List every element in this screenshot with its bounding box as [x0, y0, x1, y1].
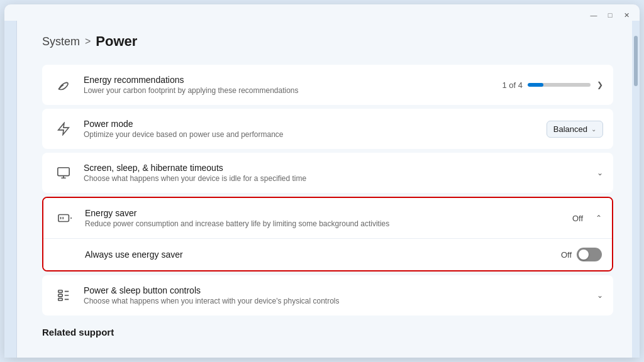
toggle-off-label: Off — [561, 250, 572, 260]
power-sleep-chevron-icon: ⌄ — [597, 291, 603, 300]
power-sleep-controls-row[interactable]: Power & sleep button controls Choose wha… — [42, 275, 613, 315]
dropdown-arrow-icon: ⌄ — [591, 126, 596, 133]
power-sleep-controls-text: Power & sleep button controls Choose wha… — [84, 285, 597, 305]
breadcrumb-system[interactable]: System — [42, 35, 80, 48]
always-use-energy-saver-label: Always use energy saver — [85, 250, 561, 260]
energy-saver-title: Energy saver — [85, 208, 572, 218]
energy-recommendations-text: Energy recommendations Lower your carbon… — [84, 75, 502, 95]
progress-fill — [528, 83, 543, 87]
energy-saver-card: Energy saver Reduce power consumption an… — [42, 197, 613, 272]
scrollbar[interactable] — [632, 21, 640, 358]
energy-recommendations-control: 1 of 4 ❯ — [502, 80, 603, 90]
toggle-knob — [579, 250, 589, 260]
battery-icon — [53, 207, 76, 229]
progress-label: 1 of 4 — [502, 80, 523, 90]
svg-rect-9 — [58, 299, 62, 301]
power-sleep-controls-desc: Choose what happens when you interact wi… — [84, 297, 597, 305]
svg-rect-7 — [58, 290, 62, 293]
leaf-icon — [52, 74, 75, 96]
close-button[interactable]: ✕ — [621, 9, 632, 21]
settings-list: Energy recommendations Lower your carbon… — [42, 65, 613, 315]
energy-recommendations-row[interactable]: Energy recommendations Lower your carbon… — [42, 65, 613, 105]
svg-rect-1 — [58, 168, 69, 176]
energy-saver-control: Off ⌃ — [572, 214, 602, 223]
energy-saver-text: Energy saver Reduce power consumption an… — [85, 208, 572, 228]
power-sleep-controls-card: Power & sleep button controls Choose wha… — [42, 275, 613, 315]
breadcrumb: System > Power — [42, 33, 613, 50]
power-sleep-controls-title: Power & sleep button controls — [84, 285, 597, 295]
energy-saver-sub-row: Always use energy saver Off — [43, 238, 612, 270]
svg-rect-4 — [58, 215, 69, 222]
chevron-right-icon: ❯ — [597, 80, 603, 89]
sidebar — [4, 21, 17, 358]
breadcrumb-current: Power — [96, 33, 137, 50]
power-mode-title: Power mode — [84, 119, 547, 129]
toggle-wrap: Off — [561, 248, 602, 261]
content-area: System > Power Energy — [4, 21, 640, 358]
maximize-button[interactable]: □ — [604, 9, 616, 21]
energy-recommendations-desc: Lower your carbon footprint by applying … — [84, 86, 502, 95]
svg-rect-8 — [58, 294, 62, 297]
progress-track — [528, 83, 591, 87]
screen-sleep-text: Screen, sleep, & hibernate timeouts Choo… — [84, 163, 597, 183]
chevron-up-icon: ⌃ — [596, 214, 602, 222]
progress-bar-wrap: 1 of 4 — [502, 80, 591, 90]
energy-saver-desc: Reduce power consumption and increase ba… — [85, 219, 572, 228]
settings-window: — □ ✕ System > Power — [4, 4, 640, 358]
always-use-energy-saver-text: Always use energy saver — [53, 250, 561, 260]
main-content: System > Power Energy — [17, 21, 632, 358]
screen-sleep-desc: Choose what happens when your device is … — [84, 174, 597, 183]
screen-sleep-title: Screen, sleep, & hibernate timeouts — [84, 163, 597, 173]
svg-marker-0 — [58, 123, 69, 134]
power-mode-row[interactable]: Power mode Optimize your device based on… — [42, 109, 613, 149]
power-controls-icon — [52, 284, 75, 307]
screen-sleep-card: Screen, sleep, & hibernate timeouts Choo… — [42, 153, 613, 193]
energy-recommendations-card: Energy recommendations Lower your carbon… — [42, 65, 613, 105]
power-mode-value: Balanced — [553, 124, 587, 134]
always-use-energy-saver-control: Off — [561, 248, 602, 261]
energy-saver-header[interactable]: Energy saver Reduce power consumption an… — [43, 198, 612, 238]
power-mode-text: Power mode Optimize your device based on… — [84, 119, 547, 139]
monitor-icon — [52, 162, 75, 184]
breadcrumb-separator: > — [85, 36, 91, 47]
minimize-button[interactable]: — — [588, 9, 599, 21]
bolt-icon — [52, 118, 75, 140]
power-mode-dropdown[interactable]: Balanced ⌄ — [547, 121, 603, 138]
chevron-down-icon: ⌄ — [597, 168, 603, 177]
screen-sleep-control: ⌄ — [597, 168, 603, 177]
power-mode-control[interactable]: Balanced ⌄ — [547, 121, 603, 138]
power-mode-desc: Optimize your device based on power use … — [84, 130, 547, 139]
energy-recommendations-title: Energy recommendations — [84, 75, 502, 85]
power-mode-card: Power mode Optimize your device based on… — [42, 109, 613, 149]
power-sleep-controls-chevron: ⌄ — [597, 291, 603, 300]
always-use-energy-saver-toggle[interactable] — [577, 248, 602, 261]
energy-saver-status: Off — [572, 214, 583, 223]
scrollbar-thumb[interactable] — [634, 36, 638, 86]
screen-sleep-row[interactable]: Screen, sleep, & hibernate timeouts Choo… — [42, 153, 613, 193]
related-support: Related support — [42, 327, 613, 337]
titlebar: — □ ✕ — [4, 4, 640, 21]
